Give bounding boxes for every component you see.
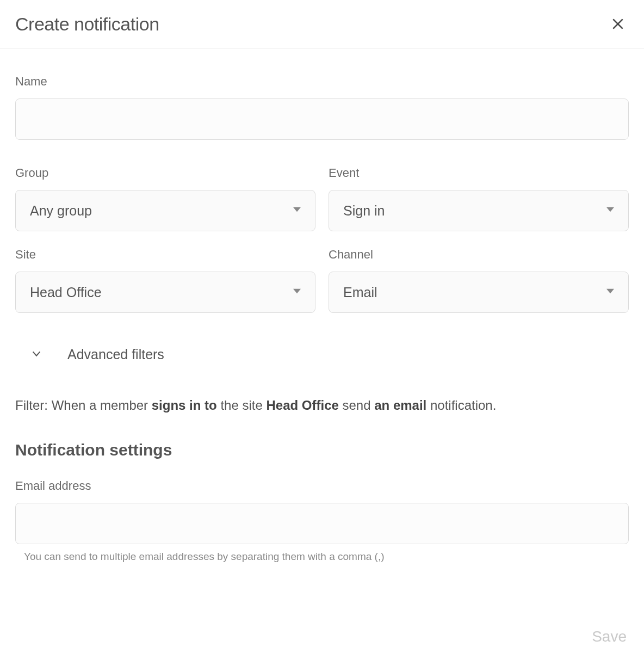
site-value: Head Office: [30, 285, 293, 300]
event-select[interactable]: Sign in: [329, 190, 629, 231]
close-icon: [611, 17, 625, 31]
email-field-group: Email address You can send to multiple e…: [15, 479, 629, 563]
group-field-group: Group Any group: [15, 166, 315, 231]
filter-summary: Filter: When a member signs in to the si…: [15, 396, 629, 415]
caret-down-icon: [293, 206, 301, 215]
channel-label: Channel: [329, 248, 629, 262]
site-channel-row: Site Head Office Channel Email: [15, 248, 629, 313]
caret-down-icon: [293, 287, 301, 297]
caret-down-icon: [606, 287, 614, 297]
filter-text-site: Head Office: [266, 398, 338, 412]
close-button[interactable]: [607, 13, 629, 35]
filter-text-action: signs in to: [152, 398, 217, 412]
site-label: Site: [15, 248, 315, 262]
dialog-body: Name Group Any group Event Sign in: [0, 48, 644, 624]
filter-text-mid1: the site: [217, 398, 267, 412]
caret-down-icon: [606, 206, 614, 215]
site-select[interactable]: Head Office: [15, 272, 315, 313]
channel-select[interactable]: Email: [329, 272, 629, 313]
site-field-group: Site Head Office: [15, 248, 315, 313]
save-button[interactable]: Save: [590, 624, 629, 650]
event-value: Sign in: [343, 203, 606, 219]
event-label: Event: [329, 166, 629, 180]
filter-text-prefix: Filter: When a member: [15, 398, 152, 412]
group-label: Group: [15, 166, 315, 180]
name-label: Name: [15, 75, 629, 89]
create-notification-dialog: Create notification Name Group Any group: [0, 0, 644, 665]
group-select[interactable]: Any group: [15, 190, 315, 231]
channel-value: Email: [343, 285, 606, 300]
group-event-row: Group Any group Event Sign in: [15, 166, 629, 231]
channel-field-group: Channel Email: [329, 248, 629, 313]
dialog-title: Create notification: [15, 14, 159, 35]
email-input[interactable]: [15, 503, 629, 544]
dialog-footer: Save: [0, 624, 644, 665]
name-input[interactable]: [15, 98, 629, 140]
email-label: Email address: [15, 479, 629, 493]
chevron-down-icon: [30, 348, 42, 362]
group-value: Any group: [30, 203, 293, 219]
filter-text-channel: an email: [374, 398, 426, 412]
notification-settings-heading: Notification settings: [15, 441, 629, 459]
event-field-group: Event Sign in: [329, 166, 629, 231]
filter-text-mid2: send: [339, 398, 374, 412]
dialog-header: Create notification: [0, 0, 644, 48]
email-helper-text: You can send to multiple email addresses…: [15, 551, 629, 563]
advanced-filters-toggle[interactable]: Advanced filters: [15, 347, 629, 362]
name-field-group: Name: [15, 75, 629, 140]
advanced-filters-label: Advanced filters: [67, 347, 164, 362]
filter-text-suffix: notification.: [426, 398, 496, 412]
